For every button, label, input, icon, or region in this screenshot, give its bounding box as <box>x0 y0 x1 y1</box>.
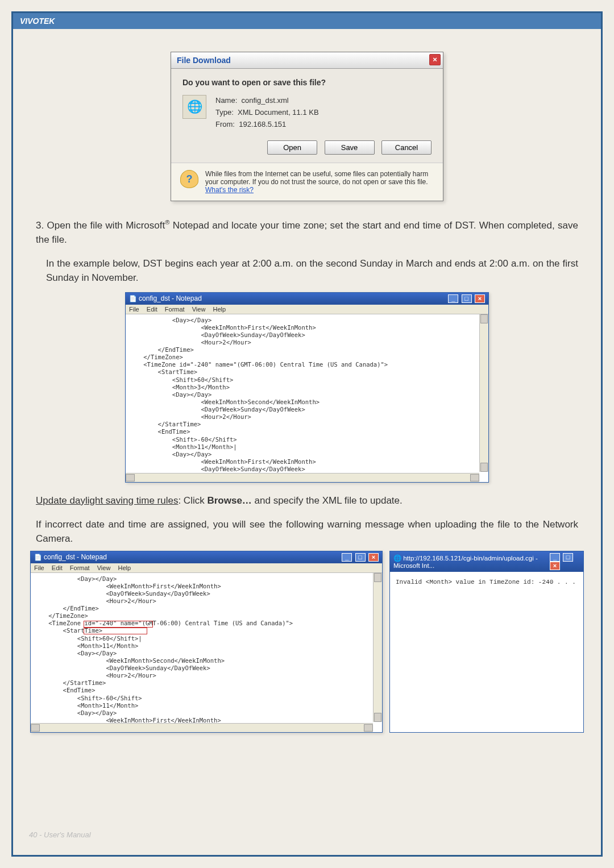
ie-title: 🌐 http://192.168.5.121/cgi-bin/admin/upl… <box>393 554 549 569</box>
update-dst-rules: Update daylight saving time rules: Click… <box>30 494 584 508</box>
highlight-box <box>84 621 153 628</box>
maximize-icon[interactable]: □ <box>563 553 573 562</box>
menu-view[interactable]: View <box>97 564 111 571</box>
minimize-icon[interactable]: _ <box>448 294 458 303</box>
notepad-content-2[interactable]: <Day></Day> <WeekInMonth>First</WeekInMo… <box>34 575 370 732</box>
menu-file[interactable]: File <box>129 306 139 313</box>
dialog-prompt: Do you want to open or save this file? <box>182 78 432 87</box>
menu-file[interactable]: File <box>34 564 44 571</box>
dialog-title: File Download <box>177 56 231 65</box>
menu-edit[interactable]: Edit <box>52 564 63 571</box>
notepad-title-2: config_dst - Notepad <box>34 553 107 561</box>
menu-format[interactable]: Format <box>165 306 185 313</box>
notepad-window-2: config_dst - Notepad _ □ × File Edit For… <box>30 551 383 733</box>
file-icon: 🌐 <box>182 95 206 119</box>
close-icon[interactable]: × <box>368 553 379 562</box>
scrollbar-vertical[interactable] <box>373 573 382 722</box>
menu-help[interactable]: Help <box>213 306 226 313</box>
notepad-content-1[interactable]: <Day></Day> <WeekInMonth>First</WeekInMo… <box>129 317 476 482</box>
shield-icon: ? <box>180 170 198 188</box>
window-controls: _ □ × <box>447 294 485 303</box>
dialog-title-bar: File Download × <box>171 52 443 69</box>
file-meta: Name: config_dst.xml Type: XML Document,… <box>215 95 319 130</box>
ie-error-window: 🌐 http://192.168.5.121/cgi-bin/admin/upl… <box>389 551 584 733</box>
minimize-icon[interactable]: _ <box>342 553 352 562</box>
scrollbar-vertical[interactable] <box>479 314 488 472</box>
notepad-window-1: config_dst - Notepad _ □ × File Edit For… <box>125 292 489 483</box>
highlight-box <box>84 628 147 634</box>
save-button[interactable]: Save <box>325 140 375 155</box>
step-3-example: In the example below, DST begins each ye… <box>30 257 584 285</box>
file-download-dialog: File Download × Do you want to open or s… <box>171 52 443 201</box>
open-button[interactable]: Open <box>267 140 317 155</box>
close-icon[interactable]: × <box>429 54 441 65</box>
maximize-icon[interactable]: □ <box>462 294 472 303</box>
risk-link[interactable]: What's the risk? <box>205 186 254 194</box>
dialog-warning: While files from the Internet can be use… <box>205 170 434 194</box>
step-3-text: 3. Open the file with Microsoft® Notepad… <box>30 218 584 247</box>
warning-text: If incorrect date and time are assigned,… <box>30 518 584 546</box>
maximize-icon[interactable]: □ <box>355 553 366 562</box>
scrollbar-horizontal[interactable] <box>126 473 479 482</box>
menu-format[interactable]: Format <box>70 564 90 571</box>
menu-view[interactable]: View <box>192 306 206 313</box>
menu-edit[interactable]: Edit <box>147 306 157 313</box>
window-controls-2: _ □ × <box>341 553 379 562</box>
minimize-icon[interactable]: _ <box>550 553 560 562</box>
close-icon[interactable]: × <box>550 562 560 570</box>
brand-text: VIVOTEK <box>20 16 55 26</box>
window-controls-ie: _ □ × <box>549 553 580 570</box>
notepad-menu: File Edit Format View Help <box>126 305 488 314</box>
notepad-title: config_dst - Notepad <box>129 294 202 302</box>
close-icon[interactable]: × <box>475 294 485 303</box>
scrollbar-horizontal[interactable] <box>31 723 373 732</box>
cancel-button[interactable]: Cancel <box>381 140 432 155</box>
ie-body: Invalid <Month> value in TimeZone id: -2… <box>390 572 583 731</box>
menu-help[interactable]: Help <box>118 564 131 571</box>
brand-bar: VIVOTEK <box>13 13 601 29</box>
notepad-menu-2: File Edit Format View Help <box>31 563 382 573</box>
page-footer: 40 - User's Manual <box>29 830 91 839</box>
